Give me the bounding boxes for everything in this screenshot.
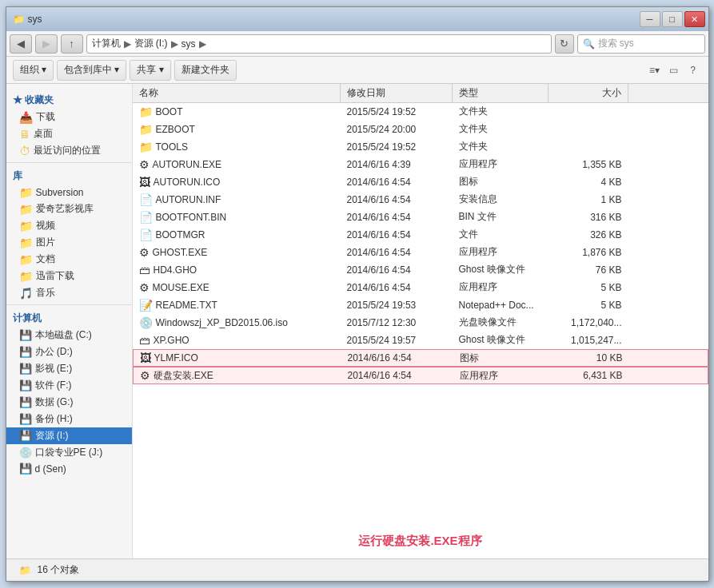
table-row[interactable]: 🗃 XP.GHO 2015/5/24 19:57 Ghost 映像文件 1,01… (133, 332, 708, 349)
table-row[interactable]: 📁 BOOT 2015/5/24 19:52 文件夹 (133, 103, 708, 121)
sidebar-item-backup-h[interactable]: 💾 备份 (H:) (6, 411, 132, 427)
sidebar-item-movie-e[interactable]: 💾 影视 (E:) (6, 360, 132, 377)
file-type: 图标 (453, 350, 549, 366)
table-row[interactable]: 📝 README.TXT 2015/5/24 19:53 Notepad++ D… (133, 296, 708, 314)
maximize-button[interactable]: □ (662, 11, 683, 27)
table-row[interactable]: 💿 Windowszj_XP_BD2015.06.iso 2015/7/12 1… (133, 314, 708, 332)
table-row[interactable]: 🗃 HD4.GHO 2014/6/16 4:54 Ghost 映像文件 76 K… (133, 261, 708, 279)
sidebar-item-desktop[interactable]: 🖥 桌面 (6, 125, 132, 142)
column-header-date[interactable]: 修改日期 (341, 84, 453, 102)
new-folder-button[interactable]: 新建文件夹 (174, 60, 237, 81)
library-section-title[interactable]: 库 (6, 166, 132, 185)
share-label: 共享 ▾ (137, 63, 163, 77)
sidebar-item-music[interactable]: 🎵 音乐 (6, 284, 132, 301)
status-bar: 📁 16 个对象 (6, 558, 708, 581)
sidebar-item-downloads[interactable]: 📥 下载 (6, 109, 132, 125)
table-row[interactable]: 📄 BOOTFONT.BIN 2014/6/16 4:54 BIN 文件 316… (133, 209, 708, 226)
sidebar-item-pictures[interactable]: 📁 图片 (6, 234, 132, 251)
table-row[interactable]: 📁 TOOLS 2015/5/24 19:52 文件夹 (133, 138, 708, 156)
file-icon: 🖼 (140, 352, 151, 364)
recent-label: 最近访问的位置 (34, 144, 101, 157)
computer-section-title[interactable]: 计算机 (6, 308, 132, 327)
help-button[interactable]: ? (684, 62, 702, 79)
movie-e-icon: 💾 (19, 363, 32, 375)
sidebar-divider-1 (6, 162, 132, 163)
column-header-name[interactable]: 名称 (133, 84, 341, 102)
preview-button[interactable]: ▭ (665, 62, 683, 79)
file-icon: 📁 (139, 123, 153, 136)
address-bar: ◀ ▶ ↑ 计算机 ▶ 资源 (I:) ▶ sys ▶ ↻ 🔍 搜索 sys (6, 31, 708, 57)
backup-h-icon: 💾 (19, 413, 32, 425)
file-type: 应用程序 (453, 244, 548, 260)
file-type: 文件夹 (453, 121, 548, 137)
sidebar-item-data-g[interactable]: 💾 数据 (G:) (6, 394, 132, 411)
refresh-button[interactable]: ↻ (555, 34, 574, 54)
column-header-size[interactable]: 大小 (548, 84, 628, 102)
toolbar: 组织 ▾ 包含到库中 ▾ 共享 ▾ 新建文件夹 ≡▾ ▭ ? (6, 57, 708, 84)
downloads-label: 下载 (36, 110, 55, 124)
column-header-type[interactable]: 类型 (453, 84, 548, 102)
sidebar-item-video[interactable]: 📁 视频 (6, 217, 132, 234)
sidebar-item-soft-f[interactable]: 💾 软件 (F:) (6, 377, 132, 394)
file-name: EZBOOT (156, 124, 195, 135)
file-name: TOOLS (156, 141, 188, 153)
favorites-section-title[interactable]: ★ 收藏夹 (6, 90, 132, 109)
up-button[interactable]: ↑ (61, 34, 83, 54)
file-date: 2014/6/16 4:54 (341, 368, 453, 383)
sidebar-item-d-sen[interactable]: 💾 d (Sen) (6, 461, 132, 476)
address-path[interactable]: 计算机 ▶ 资源 (I:) ▶ sys ▶ (86, 34, 552, 54)
file-name: GHOST.EXE (153, 247, 208, 258)
file-name: BOOTFONT.BIN (156, 212, 227, 223)
close-button[interactable]: ✕ (684, 11, 705, 27)
table-row[interactable]: ⚙ 硬盘安装.EXE 2014/6/16 4:54 应用程序 6,431 KB (133, 367, 708, 384)
file-type: BIN 文件 (453, 209, 548, 225)
sidebar-item-local-c[interactable]: 💾 本地磁盘 (C:) (6, 327, 132, 344)
desktop-label: 桌面 (34, 127, 53, 141)
table-row[interactable]: 🖼 AUTORUN.ICO 2014/6/16 4:54 图标 4 KB (133, 173, 708, 191)
file-icon: ⚙ (140, 369, 150, 382)
music-icon: 🎵 (19, 287, 33, 300)
music-label: 音乐 (36, 286, 55, 300)
sidebar-item-aiqiyi[interactable]: 📁 爱奇艺影视库 (6, 201, 132, 217)
pocket-j-label: 口袋专业PE (J:) (35, 446, 103, 459)
file-name: XP.GHO (154, 335, 189, 346)
minimize-button[interactable]: ─ (640, 11, 660, 27)
sidebar-item-office-d[interactable]: 💾 办公 (D:) (6, 344, 132, 360)
share-button[interactable]: 共享 ▾ (130, 60, 170, 81)
sidebar-item-docs[interactable]: 📁 文档 (6, 251, 132, 268)
main-content: ★ 收藏夹 📥 下载 🖥 桌面 ⏱ 最近访问的位置 库 📁 Subversion… (6, 84, 708, 558)
table-row[interactable]: ⚙ MOUSE.EXE 2014/6/16 4:54 应用程序 5 KB (133, 279, 708, 296)
table-row[interactable]: 🖼 YLMF.ICO 2014/6/16 4:54 图标 10 KB (133, 349, 708, 367)
view-toggle-button[interactable]: ≡▾ (646, 62, 664, 79)
organize-button[interactable]: 组织 ▾ (13, 60, 54, 81)
table-row[interactable]: 📄 BOOTMGR 2014/6/16 4:54 文件 326 KB (133, 226, 708, 244)
sidebar-item-pocket-j[interactable]: 💿 口袋专业PE (J:) (6, 444, 132, 461)
sidebar-item-subversion[interactable]: 📁 Subversion (6, 185, 132, 201)
file-icon: 📝 (139, 299, 153, 312)
file-icon: 📁 (139, 105, 153, 118)
table-row[interactable]: 📄 AUTORUN.INF 2014/6/16 4:54 安装信息 1 KB (133, 191, 708, 209)
table-row[interactable]: 📁 EZBOOT 2015/5/24 20:00 文件夹 (133, 121, 708, 138)
include-library-button[interactable]: 包含到库中 ▾ (57, 60, 126, 81)
forward-button[interactable]: ▶ (35, 34, 58, 54)
file-date: 2015/5/24 19:57 (341, 332, 453, 348)
sidebar-item-recent[interactable]: ⏱ 最近访问的位置 (6, 142, 132, 159)
sidebar-item-resource-i[interactable]: 💾 资源 (I:) (6, 427, 132, 444)
pictures-label: 图片 (36, 236, 55, 249)
table-row[interactable]: ⚙ GHOST.EXE 2014/6/16 4:54 应用程序 1,876 KB (133, 244, 708, 261)
sidebar-divider-2 (6, 304, 132, 305)
data-g-icon: 💾 (19, 396, 32, 408)
file-icon: 💿 (139, 316, 153, 329)
file-size (548, 138, 628, 155)
search-box[interactable]: 🔍 搜索 sys (577, 34, 705, 54)
video-label: 视频 (36, 219, 55, 232)
file-area: 名称 修改日期 类型 大小 📁 BOOT 2015/5/24 19:52 文件夹… (133, 84, 708, 558)
back-button[interactable]: ◀ (10, 34, 32, 54)
aiqiyi-icon: 📁 (19, 203, 33, 216)
file-list-header: 名称 修改日期 类型 大小 (133, 84, 708, 103)
file-size: 1,355 KB (548, 156, 628, 173)
file-date: 2015/5/24 19:52 (341, 138, 453, 155)
table-row[interactable]: ⚙ AUTORUN.EXE 2014/6/16 4:39 应用程序 1,355 … (133, 156, 708, 173)
sidebar-item-xunlei[interactable]: 📁 迅雷下载 (6, 268, 132, 284)
video-icon: 📁 (19, 220, 33, 232)
